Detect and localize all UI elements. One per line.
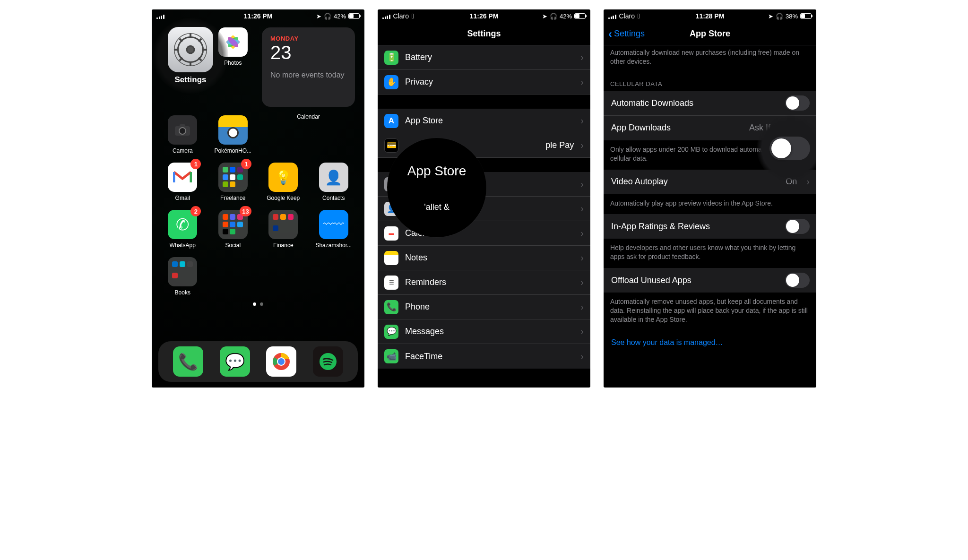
dock-messages[interactable]: 💬 [220,346,250,377]
headphones-icon: 🎧 [550,13,557,20]
chevron-right-icon: › [580,302,584,312]
gmail-label: Gmail [175,195,190,201]
appstore-focus-sub: 'allet & [424,202,449,212]
calendar-widget[interactable]: MONDAY 23 No more events today [262,27,355,107]
camera-icon [174,123,191,137]
wifi-icon: 􀙇 [412,13,414,19]
svg-line-10 [180,58,182,60]
row-ratings[interactable]: In-App Ratings & Reviews [604,214,816,239]
video-icon: 📹 [384,349,398,363]
svg-rect-19 [180,124,185,127]
chevron-right-icon: › [580,115,584,126]
battery-pct: 42% [334,13,346,20]
speech-icon: 💬 [384,325,398,339]
chevron-right-icon: › [580,203,584,214]
row-privacy[interactable]: ✋ Privacy › [378,70,590,95]
svg-line-8 [199,58,201,60]
social-label: Social [225,242,241,249]
social-folder[interactable]: 13 Social [212,210,255,249]
toggle-ratings[interactable] [785,219,810,234]
badge: 13 [240,206,251,216]
signal-bars-icon [156,14,164,19]
carrier-label: Claro [393,12,409,20]
back-button[interactable]: ‹ Settings [608,27,645,41]
appstore-settings-list[interactable]: Automatically download new purchases (in… [604,45,816,387]
wifi-icon: 􀙇 [638,13,640,19]
row-label: Video Autoplay [611,177,779,187]
contacts-label: Contacts [322,195,345,201]
page-indicator[interactable] [152,302,364,306]
calendar-app-label-under-widget: Calendar [262,115,355,154]
battery-pct: 38% [786,13,798,20]
waveform-icon: 〰〰 [323,218,344,231]
row-label: Messages [405,327,574,336]
chevron-right-icon: › [580,52,584,63]
row-label: App Downloads [611,123,743,133]
row-reminders[interactable]: ☰ Reminders › [378,270,590,295]
books-folder[interactable]: Books [161,257,204,296]
battery-icon [800,13,812,19]
dock-spotify[interactable] [313,346,343,377]
contacts-app[interactable]: 👤 Contacts [312,163,355,201]
row-battery[interactable]: 🔋 Battery › [378,45,590,70]
ratings-sub: Help developers and other users know wha… [604,239,816,268]
gear-icon [172,31,209,68]
shazam-app[interactable]: 〰〰 Shazamshor... [312,210,355,249]
camera-label: Camera [173,147,193,154]
row-label: In-App Ratings & Reviews [611,222,778,232]
hand-icon: ✋ [384,75,398,89]
page-title: Settings [467,29,501,39]
row-messages[interactable]: 💬 Messages › [378,319,590,344]
appstore-row-icon: A [384,114,398,128]
chevron-left-icon: ‹ [608,27,612,41]
row-appstore[interactable]: A App Store › [378,109,590,133]
folder-icon [172,261,193,282]
battery-pct: 42% [560,13,572,20]
appstore-focus-label: App Store [407,164,467,179]
envelope-icon [173,170,192,184]
row-offload[interactable]: Offload Unused Apps [604,268,816,293]
whatsapp-app[interactable]: ✆2 WhatsApp [161,210,204,249]
gmail-app[interactable]: 1 Gmail [161,163,204,201]
speech-icon: 💬 [225,352,245,371]
dock-phone[interactable]: 📞 [173,346,203,377]
row-label: Privacy [405,77,574,87]
pokeball-icon [227,127,239,138]
row-auto-downloads[interactable]: Automatic Downloads [604,91,816,116]
battery-icon [348,13,360,19]
status-time: 11:26 PM [470,12,499,20]
big-toggle[interactable] [769,137,810,160]
screen-2-settings: Claro 􀙇 11:26 PM ➤ 🎧 42% Settings 🔋 Batt… [378,9,590,388]
chevron-right-icon: › [580,179,584,190]
freelance-folder[interactable]: 1 Freelance [212,163,255,201]
shazam-label: Shazamshor... [315,242,352,249]
toggle-offload[interactable] [785,273,810,288]
signal-bars-icon [608,14,616,19]
folder-icon [223,214,243,235]
phone-icon: 📞 [178,352,198,371]
row-notes[interactable]: Notes › [378,246,590,270]
phone-icon: 📞 [384,300,398,314]
lightbulb-icon: 💡 [275,170,292,185]
whatsapp-label: WhatsApp [170,242,196,249]
dock-chrome[interactable] [266,346,296,377]
folder-icon [223,167,243,188]
camera-app[interactable]: Camera [161,115,204,154]
chevron-right-icon: › [580,326,584,337]
keep-app[interactable]: 💡 Google Keep [262,163,305,201]
chevron-right-icon: › [580,252,584,263]
keep-label: Google Keep [267,195,300,201]
settings-list[interactable]: 🔋 Battery › ✋ Privacy › A App Store › 💳 … [378,45,590,387]
settings-label: Settings [174,75,206,85]
toggle-auto-downloads[interactable] [785,95,810,111]
row-label: FaceTime [405,352,574,362]
row-label: Reminders [405,277,574,287]
row-label: Battery [405,52,574,62]
pokemon-label: PokémonHO... [214,147,251,154]
row-facetime[interactable]: 📹 FaceTime › [378,344,590,369]
manage-data-link[interactable]: See how your data is managed… [604,331,816,354]
settings-app-icon[interactable] [168,27,213,72]
row-phone[interactable]: 📞 Phone › [378,295,590,319]
pokemon-app[interactable]: PokémonHO... [212,115,255,154]
finance-folder[interactable]: Finance [262,210,305,249]
